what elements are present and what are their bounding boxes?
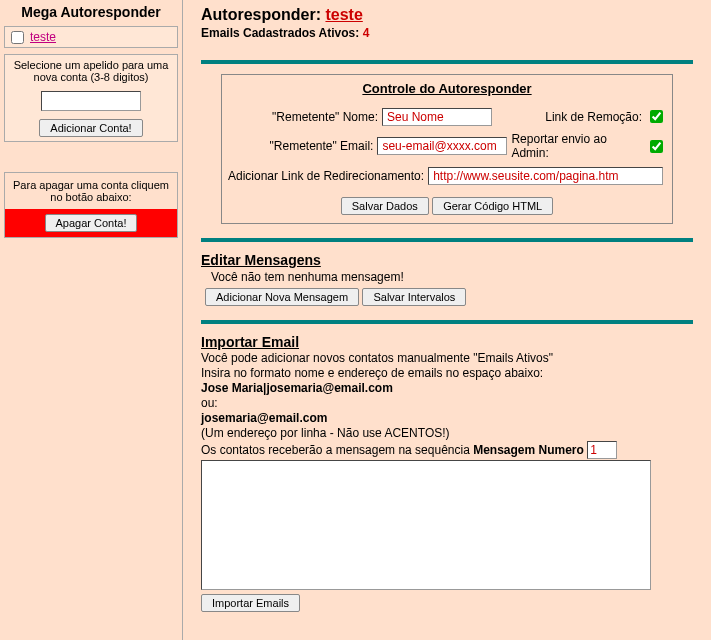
import-title: Importar Email — [201, 334, 693, 350]
edit-messages-title: Editar Mensagens — [201, 252, 693, 268]
active-count-value: 4 — [363, 26, 370, 40]
import-note: (Um endereço por linha - Não use ACENTOS… — [201, 426, 693, 440]
import-example-1: Jose Maria|josemaria@email.com — [201, 381, 693, 395]
page-title-name[interactable]: teste — [325, 6, 362, 23]
active-count-row: Emails Cadastrados Ativos: 4 — [201, 26, 693, 40]
main-panel: Autoresponder: teste Emails Cadastrados … — [183, 0, 711, 640]
import-help-2: Insira no formato nome e endereço de ema… — [201, 366, 693, 380]
control-panel: Controle do Autoresponder "Remetente" No… — [221, 74, 673, 224]
sidebar: Mega Autoresponder teste Selecione um ap… — [0, 0, 183, 640]
add-account-button[interactable]: Adicionar Conta! — [39, 119, 142, 137]
report-admin-checkbox[interactable] — [650, 140, 663, 153]
remove-link-checkbox[interactable] — [650, 110, 663, 123]
save-data-button[interactable]: Salvar Dados — [341, 197, 429, 215]
message-number-input[interactable] — [587, 441, 617, 459]
delete-account-box: Para apagar uma conta cliquem no botão a… — [4, 172, 178, 238]
new-account-help: Selecione um apelido para uma nova conta… — [5, 55, 177, 87]
import-emails-button[interactable]: Importar Emails — [201, 594, 300, 612]
new-account-box: Selecione um apelido para uma nova conta… — [4, 54, 178, 142]
page-title-label: Autoresponder: — [201, 6, 321, 23]
new-account-input[interactable] — [41, 91, 141, 111]
import-section: Importar Email Você pode adicionar novos… — [201, 334, 693, 612]
import-seq-text: Os contatos receberão a mensagem na sequ… — [201, 443, 470, 457]
divider — [201, 238, 693, 242]
account-checkbox[interactable] — [11, 31, 24, 44]
delete-account-button[interactable]: Apagar Conta! — [45, 214, 138, 232]
import-seq-bold: Mensagem Numero — [473, 443, 584, 457]
account-list: teste — [4, 26, 178, 48]
import-or: ou: — [201, 396, 693, 410]
report-admin-label: Reportar envio ao Admin: — [511, 132, 642, 160]
delete-account-help: Para apagar uma conta cliquem no botão a… — [5, 173, 177, 209]
no-messages-text: Você não tem nenhuma mensagem! — [211, 270, 693, 284]
save-intervals-button[interactable]: Salvar Intervalos — [362, 288, 466, 306]
edit-messages-section: Editar Mensagens Você não tem nenhuma me… — [201, 252, 693, 306]
account-row: teste — [5, 27, 177, 47]
import-seq-row: Os contatos receberão a mensagem na sequ… — [201, 441, 693, 459]
remove-link-label: Link de Remoção: — [545, 110, 642, 124]
import-textarea[interactable] — [201, 460, 651, 590]
import-help-1: Você pode adicionar novos contatos manua… — [201, 351, 693, 365]
sender-name-input[interactable] — [382, 108, 492, 126]
import-example-2: josemaria@email.com — [201, 411, 693, 425]
sender-email-label: "Remetente" Email: — [228, 139, 373, 153]
page-title: Autoresponder: teste — [201, 6, 693, 24]
sender-email-input[interactable] — [377, 137, 507, 155]
redirect-label: Adicionar Link de Redirecionamento: — [228, 169, 424, 183]
redirect-input[interactable] — [428, 167, 663, 185]
active-count-label: Emails Cadastrados Ativos: — [201, 26, 359, 40]
control-title: Controle do Autoresponder — [222, 75, 672, 104]
sender-name-label: "Remetente" Nome: — [228, 110, 378, 124]
add-message-button[interactable]: Adicionar Nova Mensagem — [205, 288, 359, 306]
divider — [201, 60, 693, 64]
app-title: Mega Autoresponder — [4, 2, 178, 26]
account-link[interactable]: teste — [30, 30, 56, 44]
divider — [201, 320, 693, 324]
gen-html-button[interactable]: Gerar Código HTML — [432, 197, 553, 215]
